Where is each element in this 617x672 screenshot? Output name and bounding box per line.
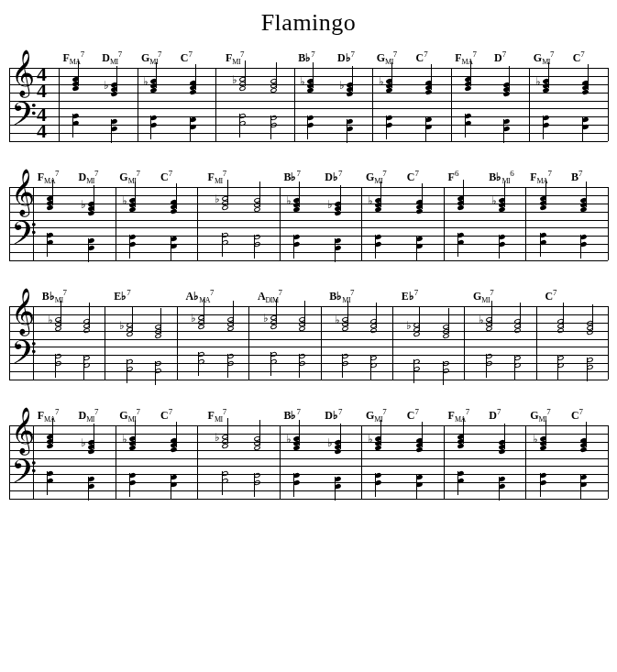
chord-symbol: DMI7	[79, 169, 99, 185]
chord-symbol: C7	[573, 50, 585, 65]
chord-symbol: GMI7	[377, 50, 398, 66]
chord-symbol: FMA7	[38, 169, 60, 185]
chord-symbol: D♭7	[325, 407, 342, 423]
chord-symbol: D7	[494, 50, 506, 65]
staff-system: 𝄞𝄢FMA7DMI7GMI7C7FMI7B♭7D♭7GMI7C7FMA7D7GM…	[9, 405, 608, 506]
chord-symbol: FMA7	[530, 169, 552, 185]
barlines	[9, 306, 608, 380]
chord-symbol: GMI7	[530, 407, 551, 424]
chord-symbol: B♭7	[298, 50, 315, 65]
chord-symbol: B♭7	[283, 169, 301, 184]
chord-symbols-row: FMA7DMI7GMI7C7FMI7B♭7D♭7GMI7C7FMA7D7GMI7…	[9, 407, 608, 424]
chord-symbol: FMA7	[455, 50, 477, 66]
systems-container: 𝄞𝄢4444FMA7DMI7GMI7C7FMI7B♭7D♭7GMI7C7FMA7…	[9, 48, 608, 506]
chord-symbols-row: B♭MI7E♭7A♭MA7ADIM7B♭MI7E♭7GMI7C7	[9, 288, 608, 304]
song-title: Flamingo	[9, 9, 608, 37]
chord-symbol: C7	[545, 288, 556, 303]
chord-symbol: C7	[160, 169, 172, 184]
chord-symbol: GMI7	[141, 50, 162, 66]
chord-symbol: FMA7	[62, 50, 84, 66]
staff-system: 𝄞𝄢4444FMA7DMI7GMI7C7FMI7B♭7D♭7GMI7C7FMA7…	[9, 48, 608, 149]
chord-symbol: DMI7	[102, 50, 122, 66]
chord-symbol: C7	[407, 407, 419, 423]
chord-symbol: GMI7	[119, 169, 140, 185]
chord-symbols-row: FMA7DMI7GMI7C7FMI7B♭7D♭7GMI7C7F6B♭MI6FMA…	[9, 169, 608, 185]
chord-symbol: E♭7	[402, 288, 419, 303]
chord-symbols-row: FMA7DMI7GMI7C7FMI7B♭7D♭7GMI7C7FMA7D7GMI7…	[9, 50, 608, 66]
chord-symbol: B♭7	[283, 407, 301, 423]
chord-symbol: GMI7	[119, 407, 140, 424]
chord-symbol: C7	[160, 407, 172, 423]
barlines	[9, 187, 608, 260]
chord-symbol: C7	[407, 169, 419, 184]
chord-symbol: E♭7	[114, 288, 131, 303]
chord-symbol: GMI7	[473, 288, 494, 304]
chord-symbol: F6	[448, 169, 459, 184]
chord-symbol: ADIM7	[258, 288, 282, 304]
chord-symbol: A♭MA7	[186, 288, 215, 304]
chord-symbol: GMI7	[366, 169, 387, 185]
chord-symbol: C7	[181, 50, 193, 65]
chord-symbol: FMA7	[38, 407, 60, 424]
chord-symbol: D♭7	[325, 169, 342, 184]
chord-symbol: FMI7	[208, 169, 227, 185]
chord-symbol: C7	[571, 407, 583, 423]
barlines	[9, 425, 608, 499]
chord-symbol: B♭MI6	[489, 169, 513, 185]
chord-symbol: FMI7	[208, 407, 227, 424]
chord-symbol: FMI7	[226, 50, 245, 66]
chord-symbol: B♭MI7	[42, 288, 67, 304]
sheet-music: Flamingo 𝄞𝄢4444FMA7DMI7GMI7C7FMI7B♭7D♭7G…	[9, 9, 608, 506]
barlines	[9, 68, 608, 141]
chord-symbol: GMI7	[366, 407, 387, 424]
chord-symbol: D7	[489, 407, 501, 423]
staff-system: 𝄞𝄢B♭MI7E♭7A♭MA7ADIM7B♭MI7E♭7GMI7C7♭♭♭♭♭♭…	[9, 286, 608, 387]
chord-symbol: FMA7	[448, 407, 470, 424]
staff-system: 𝄞𝄢FMA7DMI7GMI7C7FMI7B♭7D♭7GMI7C7F6B♭MI6F…	[9, 167, 608, 268]
chord-symbol: DMI7	[79, 407, 99, 424]
chord-symbol: GMI7	[534, 50, 555, 66]
chord-symbol: B♭MI7	[329, 288, 354, 304]
chord-symbol: D♭7	[337, 50, 355, 65]
chord-symbol: C7	[415, 50, 427, 65]
chord-symbol: B7	[571, 169, 583, 184]
